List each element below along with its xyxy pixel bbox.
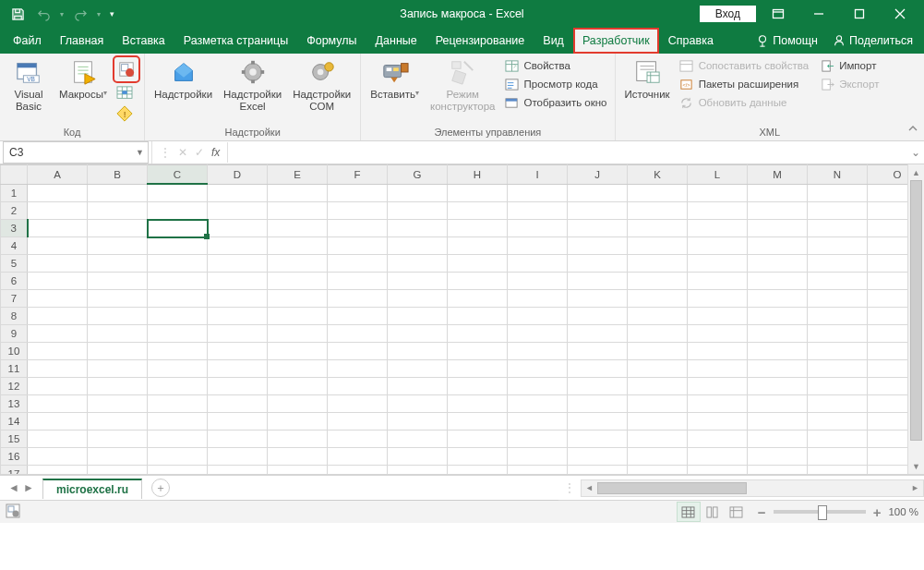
cell[interactable] — [748, 413, 808, 431]
cell[interactable] — [508, 273, 568, 290]
zoom-in-button[interactable]: + — [873, 504, 882, 520]
cell[interactable] — [148, 325, 208, 343]
column-header[interactable]: K — [628, 165, 688, 185]
scroll-left-icon[interactable]: ◄ — [582, 483, 597, 492]
horizontal-scroll-thumb[interactable] — [597, 482, 747, 494]
cell[interactable] — [268, 343, 328, 360]
cell[interactable] — [508, 308, 568, 325]
cell[interactable] — [28, 466, 88, 475]
cell[interactable] — [568, 273, 628, 290]
cell[interactable] — [508, 431, 568, 448]
cell[interactable] — [148, 343, 208, 360]
normal-view-button[interactable] — [677, 502, 701, 522]
tab-file[interactable]: Файл — [4, 28, 51, 54]
cell[interactable] — [28, 448, 88, 466]
cell[interactable] — [868, 448, 908, 466]
cell[interactable] — [628, 395, 688, 413]
cell[interactable] — [808, 343, 868, 360]
cell[interactable] — [508, 202, 568, 220]
cell[interactable] — [628, 202, 688, 220]
cell[interactable] — [448, 395, 508, 413]
cell[interactable] — [868, 325, 908, 343]
cell[interactable] — [568, 431, 628, 448]
cell[interactable] — [328, 343, 388, 360]
cell[interactable] — [568, 308, 628, 325]
formula-bar-input[interactable] — [227, 142, 907, 163]
cell[interactable] — [688, 395, 748, 413]
com-addins-button[interactable]: Надстройки COM — [289, 55, 354, 115]
horizontal-scrollbar[interactable]: ◄ ► — [581, 479, 924, 497]
cell[interactable] — [208, 237, 268, 255]
cell[interactable] — [448, 290, 508, 308]
zoom-out-button[interactable]: − — [758, 504, 766, 520]
cell[interactable] — [268, 431, 328, 448]
cell[interactable] — [328, 255, 388, 273]
cell[interactable] — [28, 395, 88, 413]
cell[interactable] — [28, 220, 88, 237]
zoom-slider-handle[interactable] — [818, 505, 827, 520]
cell[interactable] — [388, 466, 448, 475]
cell[interactable] — [208, 343, 268, 360]
cell[interactable] — [388, 431, 448, 448]
cell[interactable] — [448, 308, 508, 325]
cell[interactable] — [628, 273, 688, 290]
cell[interactable] — [688, 308, 748, 325]
cell[interactable] — [808, 237, 868, 255]
cell[interactable] — [388, 308, 448, 325]
cell[interactable] — [628, 255, 688, 273]
cell[interactable] — [568, 466, 628, 475]
sheet-nav-prev-icon[interactable]: ◄ — [7, 481, 20, 494]
cell[interactable] — [868, 184, 908, 202]
cell[interactable] — [628, 290, 688, 308]
cell[interactable] — [328, 273, 388, 290]
page-break-view-button[interactable] — [725, 502, 749, 522]
cell[interactable] — [268, 290, 328, 308]
column-header[interactable]: N — [808, 165, 868, 185]
cell[interactable] — [88, 308, 148, 325]
visual-basic-button[interactable]: VB Visual Basic — [6, 55, 52, 115]
cell[interactable] — [508, 220, 568, 237]
cell[interactable] — [208, 448, 268, 466]
cell[interactable] — [388, 325, 448, 343]
cell[interactable] — [568, 220, 628, 237]
cell[interactable] — [568, 413, 628, 431]
cell[interactable] — [448, 431, 508, 448]
cell[interactable] — [388, 184, 448, 202]
qat-customize-icon[interactable]: ▾ — [105, 3, 118, 25]
sheet-tab-active[interactable]: microexcel.ru — [42, 479, 142, 499]
cell[interactable] — [268, 308, 328, 325]
cell[interactable] — [808, 308, 868, 325]
cell[interactable] — [208, 466, 268, 475]
scroll-right-icon[interactable]: ► — [907, 483, 923, 492]
cell[interactable] — [508, 413, 568, 431]
cell[interactable] — [268, 448, 328, 466]
column-header[interactable]: B — [88, 165, 148, 185]
cell[interactable] — [208, 202, 268, 220]
cell[interactable] — [508, 184, 568, 202]
cell[interactable] — [808, 184, 868, 202]
tab-view[interactable]: Вид — [534, 28, 573, 54]
relative-references-button[interactable] — [114, 85, 135, 102]
cell[interactable] — [628, 413, 688, 431]
cell[interactable] — [628, 184, 688, 202]
scroll-down-icon[interactable]: ▼ — [908, 458, 924, 474]
cell[interactable] — [868, 290, 908, 308]
cell[interactable] — [88, 395, 148, 413]
xml-source-button[interactable]: Источник — [621, 55, 674, 115]
tab-data[interactable]: Данные — [366, 28, 426, 54]
cell[interactable] — [28, 431, 88, 448]
cell[interactable] — [208, 308, 268, 325]
cell[interactable] — [208, 325, 268, 343]
tab-developer[interactable]: Разработчик — [573, 28, 659, 54]
cell[interactable] — [568, 395, 628, 413]
row-header[interactable]: 12 — [1, 378, 28, 395]
row-header[interactable]: 11 — [1, 360, 28, 378]
cell[interactable] — [268, 237, 328, 255]
cell[interactable] — [88, 431, 148, 448]
cell[interactable] — [628, 360, 688, 378]
cell[interactable] — [748, 378, 808, 395]
cell[interactable] — [148, 395, 208, 413]
cell[interactable] — [88, 448, 148, 466]
cell[interactable] — [628, 343, 688, 360]
cell[interactable] — [628, 378, 688, 395]
